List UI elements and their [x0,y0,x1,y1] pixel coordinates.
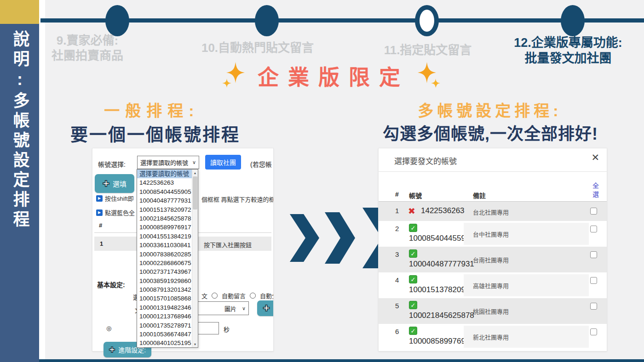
row-number: 6 [395,328,399,335]
select-all-link[interactable]: 全選 [591,181,600,199]
radio-auto-comment[interactable] [212,293,218,299]
dropdown-option[interactable]: 100027371743967 [137,267,192,276]
account-row: 3✓100040487777931台南社團專用 [379,247,607,272]
dropdown-option[interactable]: 選擇要讀取的帳號 [137,170,192,178]
row-number: 3 [395,250,399,258]
scroll-down-icon[interactable]: ▼ [192,341,198,347]
close-icon[interactable]: ✕ [591,152,599,163]
dropdown-option[interactable]: 100085404455905 [137,187,192,196]
dropdown-option[interactable]: 100010536674847 [137,330,192,339]
media-select-value: 圖片 [224,304,236,313]
row-checkbox[interactable] [590,277,597,284]
group-row-number: 1 [100,240,103,247]
media-type-select[interactable]: 圖片 ∨ [194,301,249,315]
seconds-unit: 秒 [224,325,230,334]
group-row-hint: 按下匯入社團按鈕 [204,240,252,249]
dropdown-option[interactable]: 100033611030841 [137,241,192,249]
step10-line1: 10.自動熱門貼文留言 [189,40,327,56]
sidebar-title: 說明:多帳號設定排程 [12,30,28,362]
col-header-hash: # [395,191,399,198]
step9-line1: 9.賣家必備: [44,33,131,48]
scrollbar-thumb[interactable] [193,176,197,209]
sidebar: 說明:多帳號設定排程 [0,24,39,362]
dropdown-option[interactable]: 100038591929860 [137,277,192,285]
dropdown-option[interactable]: 100008589976917 [137,223,192,232]
account-id: 1422536263 [421,206,465,215]
row-number: 2 [395,225,399,232]
account-row: 5✓100021845625878桃園社團專用 [379,298,607,324]
account-row: 2✓100085404455905台中社團專用 [379,221,607,247]
row-checkbox[interactable] [590,208,597,215]
timeline-line [40,18,644,23]
read-groups-button[interactable]: 讀取社團 [205,155,241,170]
row-number: 1 [395,207,399,215]
dropdown-scrollbar[interactable]: ▲ ▼ [192,170,198,347]
account-row: 4✓100015137820972高雄社團專用 [379,272,607,298]
banner-title: 企業版限定 [248,60,419,90]
tip-blue: ▶ 點選藍色全 [96,208,135,217]
account-note: 台南社團專用 [473,255,509,264]
scroll-up-icon[interactable]: ▲ [192,170,198,176]
dropdown-option[interactable]: 100015701085868 [137,294,192,303]
timeline-step-9: 9.賣家必備: 社團拍賣商品 [44,33,131,63]
account-select[interactable]: 選擇要讀取的帳號 ∨ [137,156,199,169]
dropdown-option[interactable]: 100041551384219 [137,232,192,241]
account-id: 100021845625878 [409,311,474,320]
dropdown-option[interactable]: 100008401025195 [137,339,192,347]
hash-column-header: # [99,222,102,229]
plus-icon: ✚ [109,345,115,354]
radio-auto-share-label: 自動分享( [260,291,274,300]
dropdown-option[interactable]: 100001319482346 [137,303,192,312]
radio-auto-share[interactable] [250,293,256,299]
optional-fill-button[interactable]: ✚ 選填 [95,174,134,193]
tip-shift-continued: 個框框 再點選下方較遠的框框 見 [201,195,274,204]
slide: 說明:多帳號設定排程 9.賣家必備: 社團拍賣商品 10.自動熱門貼文留言 11… [0,0,644,362]
account-select-label: 帳號選擇: [98,159,126,169]
left-subheading: 要一個一個帳號排程 [69,120,242,146]
check-icon: ✓ [409,275,417,283]
tip-blue-text: 點選藍色全 [105,208,135,217]
row-number: 4 [395,276,399,284]
check-icon: ✓ [409,327,417,335]
check-icon: ✓ [409,249,417,258]
right-subheading: 勾選多個帳號,一次全部排好! [362,120,618,144]
account-dropdown-list: 選擇要讀取的帳號14225362631000854044559051000404… [137,169,198,348]
row-checkbox[interactable] [590,328,597,335]
dropdown-option[interactable]: 100015137820972 [137,205,192,214]
dropdown-option[interactable]: 100087913201342 [137,285,192,294]
dropdown-option[interactable]: 1422536263 [137,178,192,187]
modal-title: 選擇要發文的帳號 [394,155,457,166]
error-x-icon: ✖ [408,206,415,216]
dropdown-options: 選擇要讀取的帳號14225362631000854044559051000404… [137,170,192,347]
timeline-dot-step9 [105,5,129,36]
plus-icon: ✚ [103,179,109,189]
timeline-dot-step11 [415,5,439,36]
col-header-account: 帳號 [409,191,422,200]
sparkle-icon [222,61,246,90]
dropdown-option[interactable]: 100001735278971 [137,321,192,330]
post-type-options: 文 自動留言 自動分享( [201,291,274,300]
left-heading: 一般排程: [74,98,230,121]
dropdown-option[interactable]: 100021845625878 [137,214,192,223]
row-checkbox[interactable] [590,251,597,258]
account-table: 1✖1422536263台北社團專用2✓100085404455905台中社團專… [379,202,607,350]
plus-icon: ✚ [263,303,270,313]
dropdown-option[interactable]: 100040487777931 [137,196,192,205]
dropdown-option[interactable]: 100001213768946 [137,312,192,321]
sparkle-icon [417,61,441,90]
modal-divider [379,171,607,172]
timeline-dot-step10 [255,5,279,36]
play-icon: ▶ [96,195,103,202]
timeline-step-10: 10.自動熱門貼文留言 [189,40,327,56]
add-button-clipped[interactable]: ✚ [257,300,274,316]
dropdown-option[interactable]: 100007838620285 [137,250,192,259]
row-checkbox[interactable] [590,226,597,232]
chevron-down-icon: ∨ [192,159,196,165]
account-note: 桃園社團專用 [473,307,509,316]
account-note: 台中社團專用 [473,230,509,238]
dropdown-option[interactable]: 100002286860675 [137,259,192,267]
play-icon: ▶ [96,209,103,216]
row-checkbox[interactable] [590,303,597,310]
timeline-step-11: 11.指定貼文留言 [363,43,492,58]
check-icon: ✓ [409,224,417,232]
